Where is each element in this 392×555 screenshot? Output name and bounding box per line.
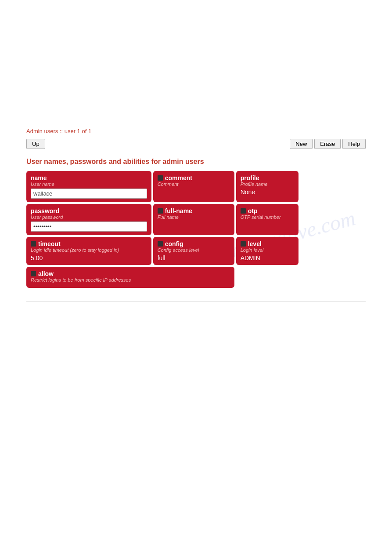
profile-label: profile xyxy=(241,174,294,181)
level-checkbox[interactable] xyxy=(241,241,246,247)
fullname-card: full-name Full name xyxy=(153,204,234,235)
timeout-value: 5:00 xyxy=(31,254,147,261)
allow-label: allow xyxy=(31,270,230,277)
help-button[interactable]: Help xyxy=(342,139,366,149)
allow-sublabel: Restrict logins to be from specific IP a… xyxy=(31,277,230,283)
config-sublabel: Config access level xyxy=(158,247,230,253)
password-label: password xyxy=(31,207,147,214)
timeout-label: timeout xyxy=(31,240,147,247)
name-sublabel: User name xyxy=(31,181,147,187)
otp-checkbox[interactable] xyxy=(241,208,246,214)
new-button[interactable]: New xyxy=(290,139,313,149)
config-label: config xyxy=(158,240,230,247)
name-label: name xyxy=(31,174,147,181)
config-checkbox[interactable] xyxy=(158,241,163,247)
level-label: level xyxy=(241,240,294,247)
level-value: ADMIN xyxy=(241,254,294,261)
fullname-sublabel: Full name xyxy=(158,214,230,220)
otp-sublabel: OTP serial number xyxy=(241,214,294,220)
config-card: config Config access level full xyxy=(153,237,234,265)
top-divider xyxy=(26,9,366,9)
password-sublabel: User password xyxy=(31,214,147,220)
up-button[interactable]: Up xyxy=(26,139,45,149)
name-card: name User name xyxy=(26,171,151,202)
password-input[interactable] xyxy=(31,221,147,232)
erase-button[interactable]: Erase xyxy=(314,139,341,149)
section-title: User names, passwords and abilities for … xyxy=(26,158,366,166)
otp-card: otp OTP serial number xyxy=(236,204,298,235)
comment-label: comment xyxy=(158,174,230,181)
comment-checkbox[interactable] xyxy=(158,175,163,181)
profile-value: None xyxy=(241,189,294,196)
profile-card: profile Profile name None xyxy=(236,171,298,202)
comment-sublabel: Comment xyxy=(158,181,230,187)
level-card: level Login level ADMIN xyxy=(236,237,298,265)
breadcrumb: Admin users :: user 1 of 1 xyxy=(26,128,366,134)
timeout-sublabel: Login idle timeout (zero to stay logged … xyxy=(31,247,147,253)
form-grid: name User name comment Comment profile P… xyxy=(26,171,298,288)
name-input[interactable] xyxy=(31,189,147,199)
allow-checkbox[interactable] xyxy=(31,271,36,276)
config-value: full xyxy=(158,254,230,261)
bottom-divider xyxy=(26,301,366,301)
timeout-checkbox[interactable] xyxy=(31,241,36,247)
fullname-label: full-name xyxy=(158,207,230,214)
otp-label: otp xyxy=(241,207,294,214)
timeout-card: timeout Login idle timeout (zero to stay… xyxy=(26,237,151,265)
allow-card: allow Restrict logins to be from specifi… xyxy=(26,267,234,288)
toolbar: Up New Erase Help xyxy=(26,139,366,149)
password-card: password User password xyxy=(26,204,151,235)
fullname-checkbox[interactable] xyxy=(158,208,163,214)
comment-card: comment Comment xyxy=(153,171,234,202)
profile-sublabel: Profile name xyxy=(241,181,294,187)
level-sublabel: Login level xyxy=(241,247,294,253)
